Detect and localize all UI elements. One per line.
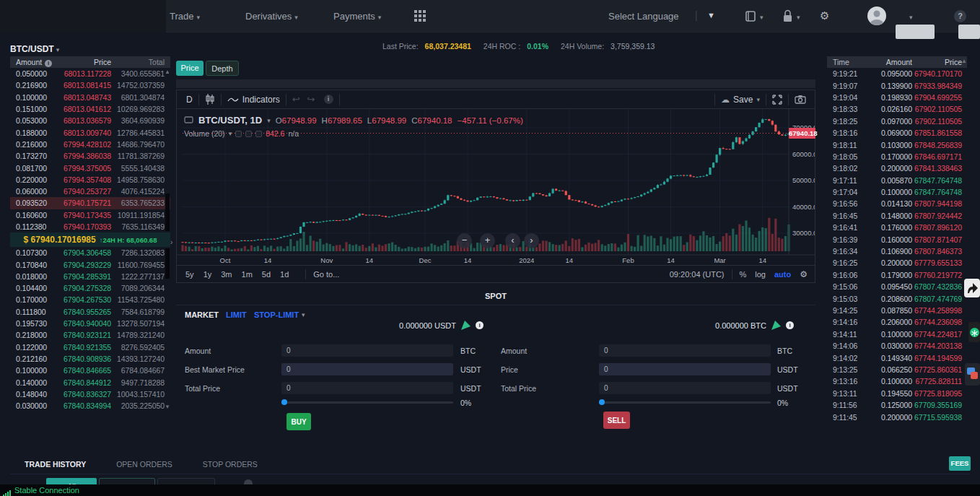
sell-order-row[interactable]: 0.08170067994.3750055555.140438 [10,162,170,173]
volume-legend-label[interactable]: Volume (20) [184,129,225,138]
sell-order-row[interactable]: 0.21690068013.08141514752.037359 [10,79,170,91]
trade-row[interactable]: 9:14:110.10000067744.224817 [827,329,967,340]
buy-button[interactable]: BUY [286,413,311,430]
buy-order-row[interactable]: 0.21216067840.90893614393.127240 [10,353,170,365]
trade-row[interactable]: 9:19:070.13990067933.984349 [827,79,967,91]
sell-amount-input[interactable] [599,344,771,357]
buy-order-row[interactable]: 0.11180067840.9552657584.618799 [10,306,170,318]
tab-open-orders[interactable]: OPEN ORDERS [116,460,172,469]
zoom-in-button[interactable]: + [480,233,495,248]
tab-market[interactable]: MARKET [185,310,219,319]
chevron-down-icon[interactable]: ▾ [760,14,764,21]
trade-row[interactable]: 9:17:110.00587067847.764748 [827,175,967,186]
range-5y[interactable]: 5y [185,270,194,279]
trade-row[interactable]: 9:14:020.14934067744.194599 [827,352,967,363]
trade-row[interactable]: 9:17:040.10000067847.764748 [827,186,967,198]
scroll-left-button[interactable]: ‹ [505,233,520,248]
chevron-down-icon[interactable]: ▾ [267,117,271,124]
tab-trade-history[interactable]: TRADE HISTORY [25,460,86,469]
scroll-up-icon[interactable]: ▲ [165,69,170,75]
trade-row[interactable]: 9:18:020.20000067841.338463 [827,162,967,174]
trade-row[interactable]: 9:15:060.09545067807.432836 [827,281,967,292]
tab-depth[interactable]: Depth [206,61,239,76]
settings-icon[interactable] [245,131,252,137]
sell-order-row[interactable]: 0.15100068013.04161210269.969283 [10,103,170,115]
chat-widget-icon[interactable] [965,363,980,386]
indicators-button[interactable]: Indicators [227,95,280,105]
nav-item-derivatives[interactable]: Derivatives▾ [245,0,298,32]
sell-order-row[interactable]: 0.22000067994.35740814958.758630 [10,174,170,186]
trade-row[interactable]: 9:16:390.16000067807.871407 [827,233,967,245]
apps-grid-icon[interactable] [414,10,427,23]
chart-info-icon[interactable]: i [324,95,333,104]
trade-row[interactable]: 9:18:250.09700067902.110505 [827,116,967,127]
log-scale-button[interactable]: log [755,270,766,279]
save-button[interactable]: ☁Save▾ [721,95,760,105]
settings-gear-icon[interactable]: ⚙ [800,269,808,279]
buy-price-input[interactable] [281,363,453,375]
trade-row[interactable]: 9:18:160.06900067851.861558 [827,127,967,139]
buy-order-row[interactable]: 0.03000067840.8349942035.225050 [10,400,170,412]
trade-row[interactable]: 9:13:250.06625067725.860361 [827,364,967,375]
sell-order-row[interactable]: 0.21600067994.42810214686.796470 [10,139,170,150]
trade-row[interactable]: 9:13:110.19455067725.818095 [827,388,967,399]
trade-row[interactable]: 9:16:340.10690067807.846373 [827,245,967,257]
sell-order-row[interactable]: 0.06000067940.2537274076.415224 [10,186,170,197]
buy-amount-input[interactable] [281,344,453,357]
sell-price-input[interactable] [599,363,771,375]
sell-percent-slider[interactable] [599,401,771,404]
undo-icon[interactable]: ↩ [292,94,300,105]
interval-button[interactable]: D [186,95,193,105]
chevron-down-icon[interactable]: ▾ [302,311,305,318]
sell-button[interactable]: SELL [603,412,630,429]
fees-button[interactable]: FEES [949,456,971,471]
sell-order-row[interactable]: 0.10000068013.0487436801.304874 [10,92,170,103]
share-shortcut-icon[interactable] [964,279,980,297]
close-icon[interactable] [255,131,262,137]
auto-scale-button[interactable]: auto [774,270,791,279]
avatar[interactable] [867,6,886,25]
buy-order-row[interactable]: 0.14804067840.83632710043.157410 [10,388,170,400]
buy-order-row[interactable]: 0.10000067840.8466656784.084667 [10,365,170,376]
buy-order-row[interactable]: 0.21800067840.92312114789.321240 [10,329,170,341]
scrollbar[interactable] [165,193,170,231]
info-icon[interactable]: i [45,60,52,67]
sell-order-row[interactable]: 0.16060067940.17343510911.191854 [10,209,170,221]
candle-style-icon[interactable] [205,94,215,105]
scroll-up-icon[interactable]: ▲ [961,58,967,64]
chevron-down-icon[interactable]: ▾ [909,14,913,21]
info-icon[interactable]: i [476,321,484,329]
trade-row[interactable]: 9:16:560.01413067807.944198 [827,198,967,209]
trade-row[interactable]: 9:15:030.20860067807.474769 [827,292,967,304]
buy-order-row[interactable]: 0.10730067904.3064587286.132083 [10,247,170,258]
trade-row[interactable]: 9:13:160.10000067725.828111 [827,375,967,387]
chevron-down-icon[interactable]: ▾ [229,130,232,137]
trade-row[interactable]: 9:19:040.19893067904.699255 [827,92,967,103]
ai-assistant-icon[interactable] [968,322,980,342]
range-1d[interactable]: 1d [280,270,289,279]
buy-order-row[interactable]: 0.10440067904.2753287089.206344 [10,282,170,294]
sell-order-row[interactable]: 0.17327067994.38603811781.387269 [10,150,170,162]
trade-row[interactable]: 9:16:250.20000067779.655133 [827,257,967,269]
tab-limit[interactable]: LIMIT [226,310,247,319]
tab-stop-limit[interactable]: STOP-LIMIT [254,310,299,319]
trade-row[interactable]: 9:14:250.08785067744.258998 [827,305,967,316]
trade-row[interactable]: 9:19:210.09500067940.170170 [827,68,967,79]
zoom-out-button[interactable]: − [457,233,472,248]
assets-lock-icon[interactable] [782,9,793,22]
select-language[interactable]: Select Language [608,11,679,22]
scroll-right-button[interactable]: › [524,233,539,248]
range-1m[interactable]: 1m [242,270,253,279]
panel-expand-icon[interactable]: › [170,238,172,246]
buy-order-row[interactable]: 0.14000067840.8449129497.718288 [10,376,170,388]
legend-symbol[interactable]: BTC/USDT, 1D [198,115,262,126]
sell-order-row[interactable]: 0.05000068013.1172283400.655861 [10,68,170,79]
sell-order-row[interactable]: 0.09352067940.1757216353.765233 [10,197,170,209]
buy-total-input[interactable] [281,382,453,394]
trade-row[interactable]: 9:14:160.20600067744.236098 [827,316,967,328]
language-caret-icon[interactable]: ▼ [707,11,715,19]
pair-selector[interactable]: BTC/USDT▾ [10,42,59,55]
tab-price[interactable]: Price [176,61,204,76]
sell-total-input[interactable] [599,382,771,394]
slider-handle[interactable] [281,399,287,405]
